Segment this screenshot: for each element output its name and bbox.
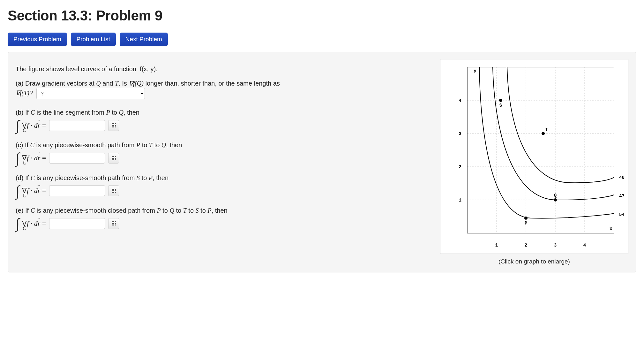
next-problem-button[interactable]: Next Problem — [120, 33, 168, 46]
part-b-answer-row: ∫C ∇f · dr = — [16, 119, 431, 132]
nav-row: Previous Problem Problem List Next Probl… — [8, 33, 636, 46]
part-e-input[interactable] — [49, 218, 105, 229]
part-a-question: (a) Draw gradient vectors at Q and T. Is… — [16, 79, 431, 99]
part-c-question: (c) If C is any piecewise-smooth path fr… — [16, 141, 431, 149]
svg-text:x: x — [610, 226, 612, 232]
part-e: (e) If C is any piecewise-smooth closed … — [16, 206, 431, 230]
svg-text:y: y — [474, 68, 476, 74]
part-c-answer-row: ∫C ∇f · dr = — [16, 151, 431, 164]
keypad-icon[interactable] — [108, 185, 119, 196]
keypad-icon[interactable] — [108, 153, 119, 164]
svg-text:40: 40 — [619, 175, 625, 180]
keypad-icon[interactable] — [108, 218, 119, 229]
svg-text:3: 3 — [459, 131, 461, 136]
part-d-answer-row: ∫C ∇f · dr = — [16, 184, 431, 197]
svg-text:4: 4 — [459, 98, 461, 103]
svg-rect-8 — [467, 67, 614, 233]
previous-problem-button[interactable]: Previous Problem — [8, 33, 67, 46]
svg-text:47: 47 — [619, 194, 625, 199]
graph-caption: (Click on graph to enlarge) — [440, 258, 628, 265]
part-c: (c) If C is any piecewise-smooth path fr… — [16, 141, 431, 164]
part-d-input[interactable] — [49, 185, 105, 196]
svg-text:3: 3 — [554, 243, 557, 248]
intro-text: The figure shows level curves of a funct… — [16, 65, 431, 73]
figure-column: 1 2 3 4 1 2 3 4 y x 40 47 54 — [440, 59, 628, 265]
svg-text:P: P — [525, 221, 527, 226]
keypad-icon[interactable] — [108, 120, 119, 131]
problem-list-button[interactable]: Problem List — [71, 33, 116, 46]
svg-text:Q: Q — [554, 193, 557, 198]
part-d-question: (d) If C is any piecewise-smooth path fr… — [16, 174, 431, 182]
svg-text:54: 54 — [619, 212, 625, 217]
level-curve-graph[interactable]: 1 2 3 4 1 2 3 4 y x 40 47 54 — [440, 59, 628, 254]
svg-point-28 — [542, 132, 545, 135]
part-a: (a) Draw gradient vectors at Q and T. Is… — [16, 79, 431, 99]
integral-expression: ∫C ∇f · dr = — [16, 217, 46, 230]
svg-text:2: 2 — [459, 164, 461, 170]
part-e-answer-row: ∫C ∇f · dr = — [16, 217, 431, 230]
part-b: (b) If C is the line segment from P to Q… — [16, 108, 431, 132]
part-d: (d) If C is any piecewise-smooth path fr… — [16, 174, 431, 197]
svg-point-26 — [499, 99, 502, 102]
svg-point-24 — [554, 198, 557, 202]
part-c-input[interactable] — [49, 153, 105, 164]
integral-expression: ∫C ∇f · dr = — [16, 151, 46, 164]
part-b-question: (b) If C is the line segment from P to Q… — [16, 108, 431, 117]
part-a-select[interactable]: ? — [36, 88, 145, 99]
svg-text:4: 4 — [583, 243, 586, 248]
integral-expression: ∫C ∇f · dr = — [16, 184, 46, 197]
problem-panel: The figure shows level curves of a funct… — [8, 52, 636, 272]
svg-text:2: 2 — [525, 243, 527, 248]
integral-expression: ∫C ∇f · dr = — [16, 119, 46, 132]
svg-text:1: 1 — [459, 198, 461, 203]
svg-text:1: 1 — [495, 243, 498, 248]
part-e-question: (e) If C is any piecewise-smooth closed … — [16, 206, 431, 215]
svg-text:S: S — [499, 103, 502, 108]
svg-point-22 — [524, 217, 528, 220]
problem-text: The figure shows level curves of a funct… — [16, 59, 431, 230]
part-b-input[interactable] — [49, 120, 105, 131]
page-title: Section 13.3: Problem 9 — [8, 8, 636, 24]
svg-text:T: T — [545, 127, 548, 132]
